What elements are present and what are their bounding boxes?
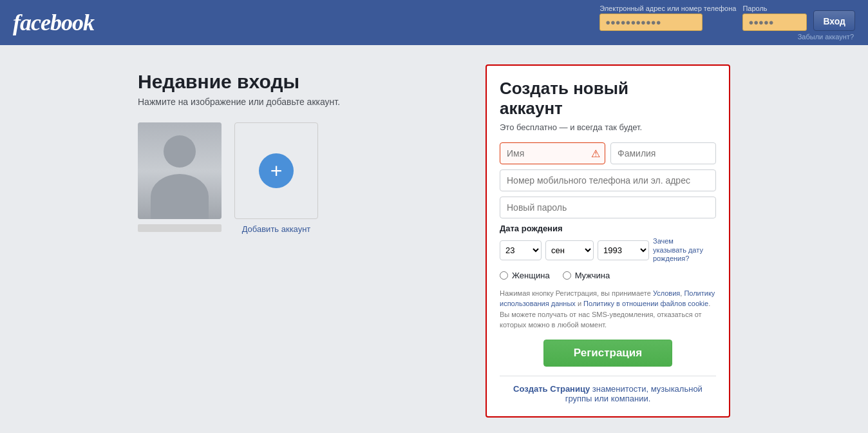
password-field-wrapper xyxy=(500,197,716,218)
dob-year-select[interactable]: 1993 xyxy=(598,240,649,260)
error-icon: ⚠ xyxy=(591,148,600,160)
recent-logins-subtitle: Нажмите на изображение или добавьте акка… xyxy=(138,97,447,107)
female-label: Женщина xyxy=(512,271,550,280)
main-content: Недавние входы Нажмите на изображение ил… xyxy=(48,45,820,433)
register-button[interactable]: Регистрация xyxy=(543,340,672,367)
first-name-input[interactable] xyxy=(500,142,605,164)
add-account-label[interactable]: Добавить аккаунт xyxy=(242,224,311,234)
female-radio[interactable] xyxy=(500,271,508,280)
forgot-account-link[interactable]: Забыли аккаунт? xyxy=(798,33,855,41)
terms-link[interactable]: Условия xyxy=(653,289,680,297)
email-input[interactable] xyxy=(599,14,703,31)
form-title: Создать новый аккаунт xyxy=(500,79,716,119)
plus-icon: + xyxy=(259,153,294,188)
dob-month-select[interactable]: сен xyxy=(545,240,594,260)
new-password-input[interactable] xyxy=(500,197,716,218)
account-avatar xyxy=(138,122,222,219)
male-radio[interactable] xyxy=(563,271,571,280)
recent-accounts-list: + Добавить аккаунт xyxy=(138,122,447,234)
terms-text: Нажимая кнопку Регистрация, вы принимает… xyxy=(500,288,716,331)
facebook-logo: facebook xyxy=(13,9,94,36)
password-label: Пароль xyxy=(742,5,807,12)
free-text: Это бесплатно — и всегда так будет. xyxy=(500,122,716,132)
phone-email-input[interactable] xyxy=(500,169,716,191)
name-row: ⚠ xyxy=(500,142,716,164)
password-field-group: Пароль xyxy=(742,5,807,31)
female-option[interactable]: Женщина xyxy=(500,271,550,280)
dob-row: 23 сен 1993 Зачем указывать дату рождени… xyxy=(500,237,716,263)
login-section: Электронный адрес или номер телефона Пар… xyxy=(599,5,855,41)
gender-row: Женщина Мужчина xyxy=(500,271,716,280)
header-password-input[interactable] xyxy=(742,14,807,31)
add-account-circle: + xyxy=(234,122,318,219)
dob-day-select[interactable]: 23 xyxy=(500,240,542,260)
dob-label: Дата рождения xyxy=(500,224,716,233)
recent-logins-title: Недавние входы xyxy=(138,71,447,93)
first-name-field: ⚠ xyxy=(500,142,605,164)
existing-account-card[interactable] xyxy=(138,122,222,232)
cookie-policy-link[interactable]: Политику в отношении файлов cookie xyxy=(583,300,708,307)
avatar-silhouette xyxy=(138,122,222,219)
account-name xyxy=(138,224,222,232)
create-page-link[interactable]: Создать Страницу xyxy=(513,384,590,394)
last-name-input[interactable] xyxy=(610,142,716,164)
email-label: Электронный адрес или номер телефона xyxy=(599,5,736,12)
login-button[interactable]: Вход xyxy=(813,10,855,31)
left-panel: Недавние входы Нажмите на изображение ил… xyxy=(138,64,447,418)
male-label: Мужчина xyxy=(575,271,610,280)
phone-field-wrapper xyxy=(500,169,716,191)
why-dob-link[interactable]: Зачем указывать дату рождения? xyxy=(653,237,704,263)
add-account-card[interactable]: + Добавить аккаунт xyxy=(234,122,318,234)
registration-form-panel: Создать новый аккаунт Это бесплатно — и … xyxy=(486,64,730,418)
divider xyxy=(500,376,716,376)
email-field-group: Электронный адрес или номер телефона xyxy=(599,5,736,31)
header: facebook Электронный адрес или номер тел… xyxy=(0,0,868,45)
male-option[interactable]: Мужчина xyxy=(563,271,610,280)
last-name-field xyxy=(610,142,716,164)
create-page-section: Создать Страницу знаменитости, музыкальн… xyxy=(500,384,716,403)
login-fields: Электронный адрес или номер телефона Пар… xyxy=(599,5,855,31)
